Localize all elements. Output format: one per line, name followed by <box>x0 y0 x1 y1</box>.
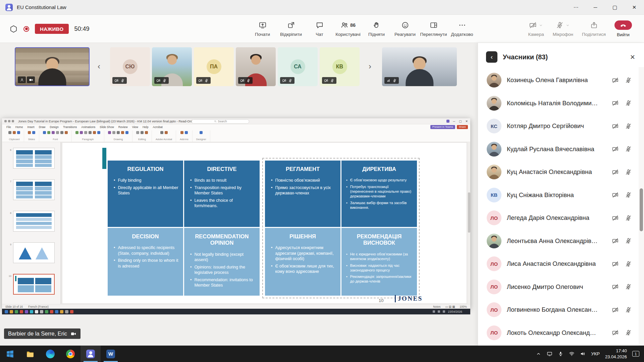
panel-close-button[interactable]: ✕ <box>630 53 635 61</box>
undo-icon[interactable] <box>8 120 10 122</box>
ribbon-tab-view[interactable]: View <box>132 125 138 129</box>
ppt-share-button[interactable]: Share <box>457 125 468 129</box>
minimize-button[interactable]: ─ <box>586 0 605 15</box>
participant-row[interactable]: ЛОЛиса Анастасія Олександрівна <box>478 252 639 276</box>
participant-row[interactable]: Кудлай Руслана Вячеславівна <box>478 138 639 161</box>
ribbon-tab-animations[interactable]: Animations <box>81 125 95 129</box>
proofing-language[interactable]: French (France) <box>28 305 49 308</box>
toolbar-button-more[interactable]: Додатково <box>448 16 476 41</box>
camera-button[interactable]: Камера <box>525 16 547 41</box>
taskbar-app-explorer[interactable] <box>20 346 40 362</box>
share-button[interactable]: Поділитися <box>579 16 609 41</box>
ribbon-tab-insert[interactable]: Insert <box>27 125 34 129</box>
toolbar-button-unpin[interactable]: Відкріпити <box>277 16 305 41</box>
language-indicator[interactable]: УКР <box>591 351 599 356</box>
ppt-maximize-button[interactable]: ▢ <box>459 120 462 123</box>
ribbon-group-add-ins[interactable]: Add-ins <box>176 130 192 142</box>
participant-row[interactable]: ЛОЛокоть Олександр Олександ… <box>478 321 639 345</box>
participants-scrollbar-thumb[interactable] <box>640 188 643 231</box>
ppt-minimize-button[interactable]: ─ <box>453 120 455 123</box>
action-center-icon[interactable]: 1 <box>632 351 639 357</box>
ribbon-tab-review[interactable]: Review <box>118 125 128 129</box>
participant-row[interactable]: ЛОЛогвиненко Богдана Олексан… <box>478 298 639 321</box>
panel-back-button[interactable]: ‹ <box>486 51 497 63</box>
toolbar-button-react[interactable]: Реагувати <box>391 16 419 41</box>
tray-volume-icon[interactable] <box>580 351 586 357</box>
participant-row[interactable]: КВКуц Сніжана Вікторівна <box>478 184 639 207</box>
taskbar-app-chrome[interactable] <box>60 346 80 362</box>
close-button[interactable]: ✕ <box>625 0 644 15</box>
tray-mic-icon[interactable] <box>558 351 564 357</box>
video-tile-presenter[interactable] <box>15 47 90 86</box>
participant-row[interactable]: КСКотляр Дмитро Сергійович <box>478 115 639 138</box>
ribbon-group-slides[interactable]: Slides <box>24 130 39 142</box>
clock[interactable]: 17:40 23.04.2026 <box>605 348 627 360</box>
video-tile-solo[interactable] <box>382 47 457 86</box>
participant-row[interactable]: Куц Анастасія Олександрівна <box>478 161 639 184</box>
toolbar-button-start[interactable]: Почати <box>248 16 277 41</box>
taskbar-app-teams[interactable] <box>80 346 101 362</box>
toolbar-button-raise[interactable]: Підняти <box>362 16 391 41</box>
quick-access-icon[interactable] <box>4 120 7 122</box>
ribbon-group-clipboard[interactable]: Clipboard <box>5 130 24 142</box>
maximize-button[interactable]: ▢ <box>605 0 625 15</box>
participant-row[interactable]: Леонтьєва Анна Олександрів… <box>478 230 639 253</box>
ribbon-tab-transitions[interactable]: Transitions <box>63 125 77 129</box>
video-tile-СЮ[interactable]: СЮ <box>110 47 150 86</box>
start-button[interactable] <box>0 346 20 362</box>
ribbon-group-font[interactable]: Font <box>39 130 72 142</box>
participants-scrollbar[interactable] <box>639 67 644 346</box>
taskbar-app-word[interactable]: W <box>101 346 121 362</box>
slide-thumbnail-10[interactable] <box>13 274 55 295</box>
video-tile-КВ[interactable]: КВ <box>320 47 360 86</box>
ppt-scrollbar-thumb[interactable] <box>468 192 470 233</box>
notes-toggle[interactable]: Notes <box>433 305 440 308</box>
slide-thumbnail-8[interactable] <box>13 211 55 232</box>
tray-monitor-icon[interactable] <box>547 351 552 357</box>
ribbon-group-drawing[interactable]: Drawing <box>104 130 132 142</box>
tray-wifi-icon[interactable] <box>569 351 575 357</box>
video-tile-СА[interactable]: СА <box>278 47 318 86</box>
ribbon-tab-help[interactable]: Help <box>143 125 148 129</box>
ribbon-group-designer[interactable]: Designer <box>193 130 210 142</box>
slide-thumbnail-6[interactable] <box>13 148 55 169</box>
toolbar-button-chat[interactable]: Чат <box>305 16 334 41</box>
participant-row[interactable]: Коломієць Наталія Володими… <box>478 92 639 115</box>
ppt-search-box[interactable]: Search <box>192 119 249 124</box>
participant-row[interactable]: Козинець Олена Гаврилівна <box>478 69 639 92</box>
ribbon-tab-home[interactable]: Home <box>15 125 23 129</box>
zoom-level[interactable]: 100% <box>460 305 467 308</box>
window-menu-button[interactable]: ⋯ <box>566 0 586 15</box>
toolbar-button-people[interactable]: 86Користувачі <box>334 16 362 41</box>
tray-chevron-up-icon[interactable] <box>536 351 541 357</box>
ribbon-tab-acrobat[interactable]: Acrobat <box>153 125 162 129</box>
filmstrip-scroll-left-button[interactable]: ‹ <box>94 60 104 73</box>
meeting-shield-icon[interactable] <box>9 25 18 33</box>
video-tile-guest-2[interactable] <box>236 47 276 86</box>
participant-row[interactable]: ЛОЛегеда Дарія Олександрівна <box>478 206 639 230</box>
participant-row[interactable]: ЛОЛисенко Дмитро Олегович <box>478 276 639 299</box>
filmstrip-scroll-right-button[interactable]: › <box>365 60 375 73</box>
ribbon-group-adobe-acrobat[interactable]: Adobe Acrobat <box>152 130 176 142</box>
mic-options-chevron-icon[interactable] <box>566 23 570 27</box>
redo-icon[interactable] <box>12 120 14 122</box>
ribbon-tab-draw[interactable]: Draw <box>39 125 46 129</box>
video-tile-guest-1[interactable] <box>152 47 192 86</box>
ribbon-tab-slide-show[interactable]: Slide Show <box>100 125 114 129</box>
taskbar-app-edge[interactable] <box>40 346 60 362</box>
slide-thumbnail-9[interactable] <box>13 242 55 263</box>
toolbar-button-view[interactable]: Переглянути <box>419 16 448 41</box>
ribbon-tab-file[interactable]: File <box>6 125 11 129</box>
ribbon-group-paragraph[interactable]: Paragraph <box>72 130 104 142</box>
ribbon-group-editing[interactable]: Editing <box>132 130 152 142</box>
microphone-button[interactable]: Мікрофон <box>549 16 577 41</box>
present-in-teams-button[interactable]: Present in Teams <box>430 125 455 129</box>
ribbon-tab-design[interactable]: Design <box>50 125 59 129</box>
camera-options-chevron-icon[interactable] <box>539 23 543 27</box>
video-tile-ПА[interactable]: ПА <box>194 47 234 86</box>
leave-button[interactable]: Вийти <box>611 16 635 41</box>
ppt-close-button[interactable]: ✕ <box>465 120 468 123</box>
slide-thumbnail-7[interactable] <box>13 179 55 200</box>
ppt-scrollbar[interactable] <box>467 142 470 304</box>
view-mode-buttons[interactable]: ▭ ▤ ▦ <box>445 305 455 308</box>
